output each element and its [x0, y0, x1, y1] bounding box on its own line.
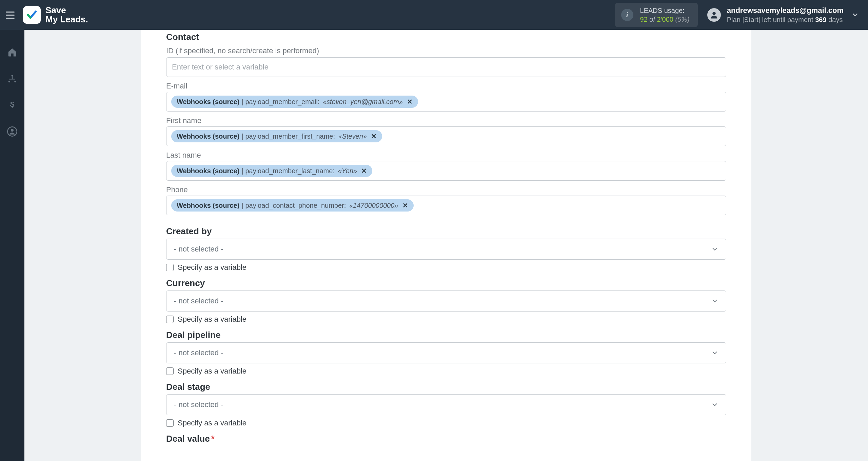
chevron-down-icon: [711, 245, 718, 253]
usage-text: LEADS usage: 92 of 2'000 (5%): [640, 6, 690, 24]
brand-text: Save My Leads.: [45, 6, 88, 24]
account-caret-icon[interactable]: [850, 10, 860, 20]
currency-value: - not selected -: [174, 297, 223, 305]
home-icon[interactable]: [6, 46, 18, 58]
stage-var-label: Specify as a variable: [178, 419, 246, 427]
firstname-label: First name: [166, 116, 726, 125]
topbar: Save My Leads. i LEADS usage: 92 of 2'00…: [0, 0, 868, 30]
phone-input-wrap[interactable]: Webhooks (source) | payload_contact_phon…: [166, 196, 726, 215]
account-widget[interactable]: andrewsavemyleads@gmail.com Plan |Start|…: [707, 6, 844, 24]
createdby-var-row: Specify as a variable: [166, 263, 726, 272]
firstname-token[interactable]: Webhooks (source) | payload_member_first…: [171, 130, 382, 142]
currency-var-label: Specify as a variable: [178, 315, 246, 324]
currency-label: Currency: [166, 278, 726, 288]
stage-var-row: Specify as a variable: [166, 419, 726, 427]
connections-icon[interactable]: [6, 73, 18, 85]
pipeline-var-label: Specify as a variable: [178, 367, 246, 376]
phone-token[interactable]: Webhooks (source) | payload_contact_phon…: [171, 199, 414, 212]
createdby-value: - not selected -: [174, 245, 223, 254]
chevron-down-icon: [711, 297, 718, 305]
info-icon: i: [621, 9, 633, 21]
stage-var-checkbox[interactable]: [166, 419, 174, 427]
email-token-remove-icon[interactable]: ✕: [407, 98, 413, 106]
pipeline-var-checkbox[interactable]: [166, 367, 174, 375]
currency-select[interactable]: - not selected -: [166, 290, 726, 312]
phone-label: Phone: [166, 185, 726, 194]
firstname-token-remove-icon[interactable]: ✕: [371, 132, 377, 140]
usage-widget[interactable]: i LEADS usage: 92 of 2'000 (5%): [615, 3, 698, 27]
pipeline-var-row: Specify as a variable: [166, 367, 726, 376]
sidebar: [0, 30, 24, 461]
createdby-var-checkbox[interactable]: [166, 264, 174, 271]
email-input-wrap[interactable]: Webhooks (source) | payload_member_email…: [166, 92, 726, 112]
account-text: andrewsavemyleads@gmail.com Plan |Start|…: [727, 6, 844, 24]
id-input-wrap[interactable]: [166, 57, 726, 77]
dealvalue-label: Deal value*: [166, 434, 726, 444]
lastname-input-wrap[interactable]: Webhooks (source) | payload_member_last_…: [166, 161, 726, 181]
pipeline-select[interactable]: - not selected -: [166, 342, 726, 363]
createdby-select[interactable]: - not selected -: [166, 239, 726, 260]
profile-icon[interactable]: [6, 125, 18, 138]
stage-value: - not selected -: [174, 400, 223, 409]
section-contact-title: Contact: [166, 32, 726, 42]
lastname-token[interactable]: Webhooks (source) | payload_member_last_…: [171, 165, 372, 177]
menu-toggle[interactable]: [3, 8, 17, 22]
svg-point-0: [712, 12, 715, 15]
pipeline-label: Deal pipeline: [166, 330, 726, 340]
stage-label: Deal stage: [166, 382, 726, 392]
firstname-input-wrap[interactable]: Webhooks (source) | payload_member_first…: [166, 126, 726, 146]
svg-point-2: [11, 129, 14, 132]
id-caption: ID (if specified, no search/create is pe…: [166, 46, 726, 55]
id-input[interactable]: [171, 62, 721, 72]
billing-icon[interactable]: [6, 99, 18, 111]
phone-token-remove-icon[interactable]: ✕: [402, 201, 408, 209]
lastname-token-remove-icon[interactable]: ✕: [361, 167, 367, 175]
email-label: E-mail: [166, 82, 726, 91]
brand-logo[interactable]: Save My Leads.: [23, 6, 88, 24]
form-panel: Contact ID (if specified, no search/crea…: [141, 30, 751, 461]
email-token[interactable]: Webhooks (source) | payload_member_email…: [171, 96, 418, 108]
avatar-icon: [707, 8, 721, 22]
main-area: Contact ID (if specified, no search/crea…: [24, 30, 868, 461]
stage-select[interactable]: - not selected -: [166, 394, 726, 415]
chevron-down-icon: [711, 349, 718, 357]
chevron-down-icon: [711, 401, 718, 408]
currency-var-row: Specify as a variable: [166, 315, 726, 324]
lastname-label: Last name: [166, 151, 726, 160]
createdby-label: Created by: [166, 226, 726, 237]
createdby-var-label: Specify as a variable: [178, 263, 246, 272]
pipeline-value: - not selected -: [174, 348, 223, 357]
currency-var-checkbox[interactable]: [166, 316, 174, 323]
logo-check-icon: [23, 6, 41, 24]
